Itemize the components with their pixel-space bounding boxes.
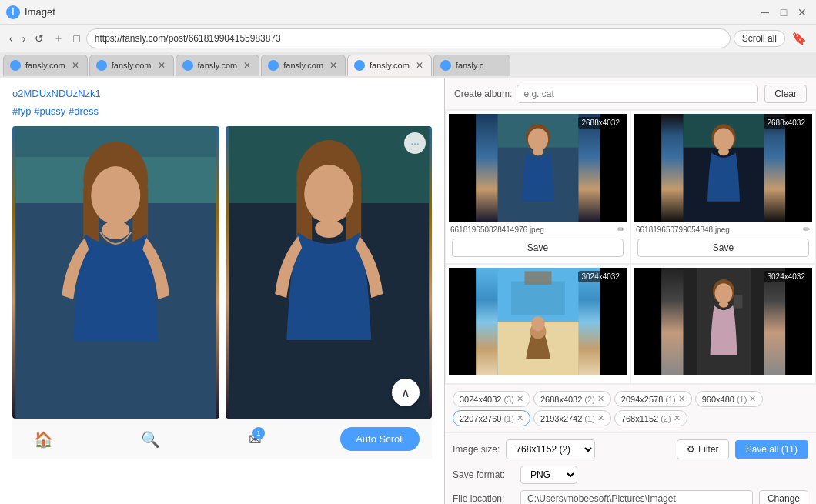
bookmark-button[interactable]: 🔖	[788, 28, 810, 48]
filter-tag-remove-4[interactable]: ✕	[517, 413, 523, 423]
clear-button[interactable]: Clear	[764, 85, 807, 103]
search-button[interactable]: 🔍	[132, 427, 169, 452]
image-thumb-1[interactable]: 2688x4032	[449, 114, 627, 222]
thumb-inner-4	[661, 268, 786, 375]
right-panel: Create album: Clear	[445, 78, 816, 504]
image-thumb-4[interactable]: 3024x4032	[634, 268, 812, 375]
filter-tag-count-0: (3)	[503, 395, 513, 404]
tab-6[interactable]: fansly.c	[433, 55, 510, 76]
file-location-label: File location:	[453, 493, 514, 504]
filter-tag-label-4: 2207x2760	[460, 414, 501, 423]
save-button-2[interactable]: Save	[637, 239, 809, 257]
filter-tag-0[interactable]: 3024x4032 (3) ✕	[453, 391, 530, 407]
filter-tag-2[interactable]: 2094x2578 (1) ✕	[614, 391, 692, 407]
filter-button[interactable]: ⚙ Filter	[677, 439, 729, 459]
notification-button[interactable]: ✉ 1	[239, 427, 271, 452]
image-grid: 2688x4032 661819650828414976.jpeg ✏ Save	[445, 110, 816, 384]
svg-rect-29	[511, 282, 565, 315]
svg-point-20	[527, 128, 547, 151]
back-button[interactable]: ‹	[6, 29, 16, 48]
tab-4[interactable]: fansly.com ✕	[261, 55, 346, 76]
filter-tag-6[interactable]: 768x1152 (2) ✕	[614, 410, 687, 426]
filter-tag-3[interactable]: 960x480 (1) ✕	[695, 391, 764, 407]
album-input[interactable]	[517, 85, 758, 103]
svg-point-37	[718, 301, 727, 308]
svg-point-36	[714, 283, 732, 303]
album-bar: Create album: Clear	[445, 78, 816, 110]
save-all-button[interactable]: Save all (11)	[735, 440, 808, 459]
filter-tag-remove-0[interactable]: ✕	[517, 394, 523, 404]
filter-tag-label-0: 3024x4032	[460, 395, 501, 404]
window-controls: ─ □ ✕	[757, 5, 810, 20]
edit-icon-1[interactable]: ✏	[617, 224, 625, 235]
tab-3[interactable]: fansly.com ✕	[176, 55, 260, 76]
filter-tag-5[interactable]: 2193x2742 (1) ✕	[533, 410, 611, 426]
location-row: File location: Change	[453, 490, 808, 504]
filter-tag-remove-6[interactable]: ✕	[674, 413, 681, 423]
filter-tag-remove-5[interactable]: ✕	[597, 413, 604, 423]
tab-close-2[interactable]: ✕	[156, 58, 167, 72]
image-thumb-2[interactable]: 2688x4032	[634, 114, 812, 222]
image-filename-row-4	[634, 375, 812, 380]
gallery-image-1[interactable]	[12, 126, 219, 419]
scroll-all-button[interactable]: Scroll all	[734, 30, 785, 47]
change-location-button[interactable]: Change	[759, 490, 808, 504]
tab-favicon-3	[182, 60, 193, 71]
filter-tag-remove-1[interactable]: ✕	[597, 394, 604, 404]
auto-scroll-button[interactable]: Auto Scroll	[340, 427, 420, 451]
more-options-button[interactable]: ···	[404, 132, 426, 154]
reload-button[interactable]: ↺	[32, 29, 47, 48]
tab-close-3[interactable]: ✕	[242, 58, 252, 72]
minimize-button[interactable]: ─	[757, 5, 773, 20]
title-bar: I Imaget ─ □ ✕	[0, 0, 816, 25]
tab-1[interactable]: fansly.com ✕	[3, 55, 88, 76]
image-card-3: 3024x4032	[445, 264, 630, 384]
size-filter-row: Image size: 768x1152 (2) 3024x4032 (3) 2…	[453, 439, 808, 459]
gallery-svg-2	[226, 126, 433, 419]
filter-tag-remove-3[interactable]: ✕	[749, 394, 756, 404]
save-format-select[interactable]: PNG JPEG WEBP	[520, 466, 577, 484]
filter-tag-count-2: (1)	[665, 395, 675, 404]
forward-button[interactable]: ›	[19, 29, 29, 48]
address-bar-toggle[interactable]: □	[70, 29, 82, 48]
page-link[interactable]: o2MDUxNDUzNzk1	[12, 88, 432, 99]
tab-close-1[interactable]: ✕	[70, 58, 81, 72]
filter-tag-count-1: (2)	[584, 395, 594, 404]
scroll-up-button[interactable]: ∧	[392, 379, 420, 406]
gallery-image-2[interactable]: ···	[226, 126, 433, 419]
filter-tag-label-3: 960x480	[702, 395, 734, 404]
nav-bar: ‹ › ↺ ＋ □ Scroll all 🔖	[0, 25, 816, 52]
filter-tag-1[interactable]: 2688x4032 (2) ✕	[533, 391, 611, 407]
filter-tag-label-5: 2193x2742	[540, 414, 582, 423]
filter-tag-count-3: (1)	[737, 395, 747, 404]
edit-icon-2[interactable]: ✏	[803, 224, 811, 235]
tab-close-4[interactable]: ✕	[328, 58, 339, 72]
save-button-1[interactable]: Save	[452, 239, 624, 257]
home-button[interactable]: 🏠	[25, 427, 62, 452]
tab-favicon-6	[440, 60, 451, 71]
tab-label-6: fansly.c	[456, 61, 503, 70]
image-thumb-3[interactable]: 3024x4032	[449, 268, 627, 375]
tab-close-5[interactable]: ✕	[414, 58, 425, 72]
tab-2[interactable]: fansly.com ✕	[89, 55, 174, 76]
thumb-inner-2	[661, 114, 786, 222]
image-size-select[interactable]: 768x1152 (2) 3024x4032 (3) 2688x4032 (2)…	[506, 439, 595, 459]
file-location-input[interactable]	[520, 490, 753, 504]
filter-tag-count-5: (1)	[584, 414, 594, 423]
tab-favicon-2	[96, 60, 107, 71]
image-card-2: 2688x4032 661819650799054848.jpeg ✏ Save	[630, 110, 816, 264]
app-logo: I	[6, 5, 20, 19]
tab-5[interactable]: fansly.com ✕	[347, 55, 432, 76]
svg-point-26	[718, 148, 729, 156]
address-input[interactable]	[86, 28, 731, 48]
svg-point-25	[713, 128, 733, 151]
close-button[interactable]: ✕	[794, 5, 810, 20]
image-gallery: ··· ∧	[12, 126, 432, 419]
filter-tags-container: 3024x4032 (3) ✕ 2688x4032 (2) ✕ 2094x257…	[445, 384, 816, 432]
thumb-svg-3	[476, 268, 600, 375]
new-tab-button[interactable]: ＋	[50, 28, 67, 48]
image-filename-2: 661819650799054848.jpeg	[636, 225, 730, 234]
maximize-button[interactable]: □	[776, 5, 791, 20]
filter-tag-remove-2[interactable]: ✕	[678, 394, 685, 404]
filter-tag-4[interactable]: 2207x2760 (1) ✕	[453, 410, 530, 426]
